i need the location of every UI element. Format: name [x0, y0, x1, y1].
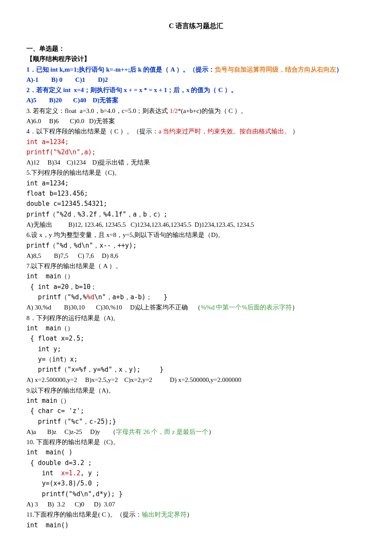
q11-code-1: int main() [26, 520, 366, 530]
q7-code-3b: %d [86, 293, 94, 301]
q8-code-3: int y; [26, 344, 366, 354]
q3-stem: 3. 若有定义：float a=3.0，b=4.0，c=5.0；则表达式 1/2… [26, 106, 366, 116]
q7-opts-b: ） [292, 304, 298, 311]
q7-opts-a: A) 30,%d B)30,10 C)30,%10 D)以上答案均不正确 （ [26, 304, 201, 311]
q7-code-2: { int a=20，b=10； [26, 282, 366, 292]
q5-stem: 5.下列程序段的输出结果是（C)。 [26, 168, 366, 178]
q8-code-1: int main（） [26, 323, 366, 333]
q9-opts-b: ） [208, 428, 215, 435]
q5-options: A)无输出 B)12, 123.46, 12345.5 C)1234,123.4… [26, 220, 366, 230]
q4-stem: 4．以下程序段的输出结果是（ C ）。（提示：a 当约束过严时，约束失效。按自由… [26, 126, 366, 136]
q9-stem: 9.以下程序的输出结果是（A)。 [26, 385, 366, 396]
q7-options: A) 30,%d B)30,10 C)30,%10 D)以上答案均不正确 （%%… [26, 302, 366, 312]
q11-hint: 输出时无定界符 [142, 511, 187, 518]
q5-code-2: float b=123.456; [26, 188, 366, 199]
q3-text-b: *(a+b+c)的值为（ C ）。 [178, 107, 247, 114]
q1-num: 1． [26, 66, 36, 73]
q10-code-1: int main( ) [26, 447, 366, 457]
q5-code-1: int a=1234; [26, 178, 366, 188]
q7-code-1: int main（） [26, 271, 366, 281]
q4-code-2: printf("%2d\n",a); [26, 147, 366, 157]
q10-code-3: int x=1.2, y ; [26, 468, 366, 478]
q4-text-a: 4．以下程序段的输出结果是（ C ）。（提示： [26, 128, 159, 135]
q8-code-2: { float x=2.5; [26, 333, 366, 344]
q2-options: A)5 B)20 C)40 D)无答案 [26, 95, 366, 105]
q7-stem: 7.以下程序的输出结果是（ A ）。 [26, 261, 366, 271]
q7-code-3a: printf（"%d,% [26, 293, 86, 301]
q7-opts-hint: %%d 中第一个%后面的表示字符 [201, 304, 292, 311]
q1-options: A)-1 B) 0 C)1 D)2 [26, 75, 366, 85]
q5-code-3: double c=12345.54321; [26, 199, 366, 209]
q8-stem: 8．下列程序的运行结果是（A)。 [26, 313, 366, 323]
q3-text-a: 3. 若有定义：float a=3.0，b=4.0，c=5.0；则表达式 [26, 107, 170, 114]
q5-code-4: printf（"%2d，%3.2f，%4.1f"，a，b，c）; [26, 209, 366, 220]
q10-options: A) 3 B) 3.2 C)0 D) 3.07 [26, 499, 366, 509]
q9-code-3: printf（"%c"，c-25);} [26, 416, 366, 427]
q9-code-2: { char c= 'z'; [26, 406, 366, 416]
q10-code-3b: x=1.2 [61, 469, 80, 477]
q10-stem: 10. 下面程序的输出结果是（C)。 [26, 437, 366, 447]
q1-hint: 负号与自加运算符同级，结合方向从右向左 [215, 66, 336, 73]
q9-options: A)a B)z C)z-25 D)y （字母共有 26 个，而 z 是最后一个） [26, 427, 366, 437]
q4-options: A)12 B)34 C)1234 D)提示出错，无结果 [26, 157, 366, 168]
q11-text-b: ） [187, 511, 193, 518]
q11-stem: 11.下面程序的输出结果是( C )。（提示：输出时无定界符） [26, 509, 366, 520]
q10-code-3c: , y ; [80, 469, 99, 477]
q2-stem: 2．若有定义 int x=4；则执行语句 x + = x * = x + 1；后… [26, 85, 366, 95]
q8-code-5: printf（"x=%f，y=%d"，x，y); } [26, 364, 366, 375]
q10-code-4: y=(x+3.8)/5.0 ; [26, 478, 366, 489]
q4-hint: a 当约束过严时，约束失效。按自由格式输出。 [159, 128, 291, 135]
q2-text: 若有定义 int x=4；则执行语句 x + = x * = x + 1；后，x… [36, 87, 237, 93]
q7-code-3: printf（"%d,%%d\n"，a+b，a-b)； } [26, 292, 366, 302]
q6-options: A)8,5 B)7,5 C) 7,6 D) 8,6 [26, 251, 366, 261]
q3-frac: 1/2 [170, 107, 178, 114]
q7-code-3c: \n"，a+b，a-b)； } [95, 293, 167, 301]
q9-opts-a: A)a B)z C)z-25 D)y （ [26, 428, 116, 435]
q4-code-1: int a=1234; [26, 137, 366, 147]
subsection-heading: 【顺序结构程序设计】 [26, 54, 366, 64]
q10-code-3a: int [26, 469, 61, 477]
q8-code-4: y=（int）x; [26, 354, 366, 364]
q3-options: A)6.0 B)6 C)0.0 D)无答案 [26, 116, 366, 126]
q1-text-a: 已知 int k,m=1;执行语句 k=-m++;后 k 的值是（ A ）。（提… [36, 66, 215, 73]
q1-stem: 1．已知 int k,m=1;执行语句 k=-m++;后 k 的值是（ A ）。… [26, 64, 366, 75]
q2-num: 2． [26, 87, 36, 93]
q10-code-2: { double d=3.2 ; [26, 458, 366, 468]
q8-options: A) x=2.500000,y=2 B)x=2.5,y=2 C)x=2,y=2 … [26, 375, 366, 385]
page-title: C 语言练习题总汇 [26, 20, 366, 32]
section-heading: 一、单选题： [26, 43, 366, 54]
q9-code-1: int main（） [26, 396, 366, 406]
q11-text-a: 11.下面程序的输出结果是( C )。（提示： [26, 511, 142, 518]
q6-stem: 6.设 x，y 均为整型变量，且 x=8，y=5,则以下语句的输出结果是（D)。 [26, 230, 366, 240]
q6-code-1: printf（"%d，%d\n"，x--，++y); [26, 240, 366, 251]
q1-text-b: ） [336, 66, 343, 73]
q9-opts-hint: 字母共有 26 个，而 z 是最后一个 [116, 428, 208, 435]
q10-code-5: printf("%d\n",d*y); } [26, 489, 366, 499]
q4-text-b: ） [291, 128, 299, 135]
